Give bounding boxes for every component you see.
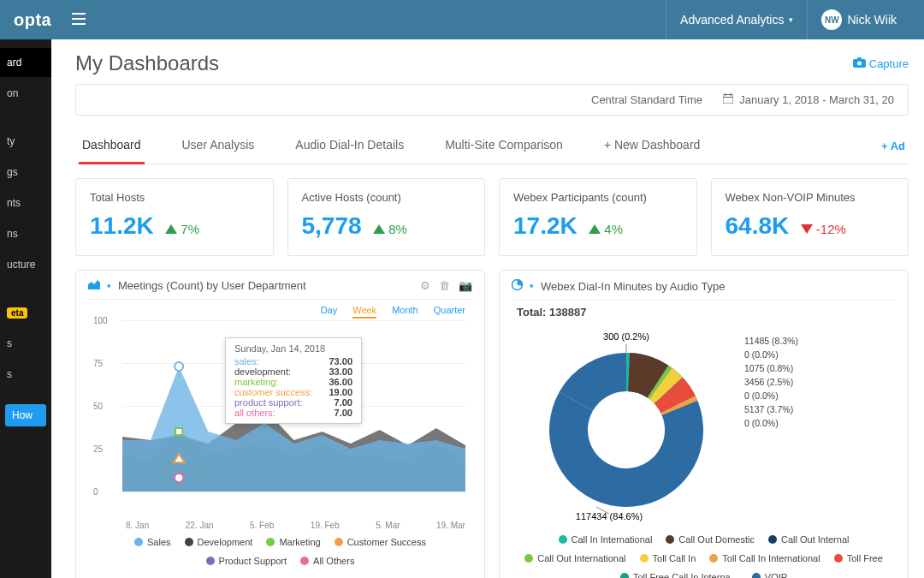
legend-item[interactable]: Development xyxy=(185,537,253,547)
legend-item[interactable]: Call In International xyxy=(559,534,653,545)
y-tick: 50 xyxy=(93,402,103,411)
main-content: My Dashboards Capture Central Standard T… xyxy=(51,39,924,578)
capture-label: Capture xyxy=(869,57,909,70)
kpi-card[interactable]: Webex Participants (count) 17.2K 4% xyxy=(499,178,697,256)
donut-total: Total: 138887 xyxy=(512,301,896,320)
donut-legend: Call In International Call Out Domestic … xyxy=(512,527,896,578)
triangle-up-icon xyxy=(165,224,177,234)
sidebar-item[interactable]: gs xyxy=(0,158,51,187)
area-chart-icon xyxy=(88,279,100,292)
pie-chart-icon xyxy=(512,279,523,293)
kpi-title: Active Hosts (count) xyxy=(302,191,471,204)
chevron-down-icon: ▾ xyxy=(789,15,793,24)
capture-button[interactable]: Capture xyxy=(853,57,909,70)
sidebar-item[interactable]: ard xyxy=(0,48,51,77)
legend-item[interactable]: Toll Call In xyxy=(640,553,696,563)
timezone-label: Central Standard Time xyxy=(591,93,702,106)
legend-item[interactable]: Marketing xyxy=(266,537,320,547)
tab-multisite[interactable]: Multi-Site Comparison xyxy=(441,129,566,164)
svg-point-4 xyxy=(175,362,183,371)
legend-item[interactable]: VOIP xyxy=(752,572,787,578)
kpi-delta: 8% xyxy=(373,222,407,236)
legend-item[interactable]: Toll Free Call In Interna... xyxy=(620,572,738,578)
svg-rect-5 xyxy=(175,428,182,435)
legend-item[interactable]: Customer Success xyxy=(335,537,426,547)
user-menu[interactable]: NW Nick Wiik xyxy=(807,0,910,39)
tab-dashboard[interactable]: Dashboard xyxy=(79,129,145,164)
tooltip-title: Sunday, Jan 14, 2018 xyxy=(234,343,352,354)
kpi-value: 5,778 xyxy=(302,212,362,240)
date-range-picker[interactable]: January 1, 2018 - March 31, 20 xyxy=(723,93,894,106)
sidebar-item[interactable]: ns xyxy=(0,219,51,248)
legend-item[interactable]: Toll Free xyxy=(834,553,883,563)
kpi-title: Webex Non-VOIP Minutes xyxy=(726,191,895,204)
kpi-value: 17.2K xyxy=(513,212,578,240)
kpi-row: Total Hosts 11.2K 7% Active Hosts (count… xyxy=(75,178,909,256)
kpi-value: 64.8K xyxy=(726,212,790,240)
legend-item[interactable]: Sales xyxy=(134,537,171,547)
legend-item[interactable]: Call Out Domestic xyxy=(666,534,755,545)
kpi-title: Total Hosts xyxy=(90,191,259,204)
tab-audio-dialin[interactable]: Audio Dial-In Details xyxy=(292,129,407,164)
x-axis: 8. Jan22. Jan5. Feb19. Feb5. Mar19. Mar xyxy=(88,517,472,530)
kpi-card[interactable]: Total Hosts 11.2K 7% xyxy=(75,178,274,256)
svg-rect-1 xyxy=(857,57,862,60)
sidebar-item[interactable]: nts xyxy=(0,188,51,217)
analytics-switcher[interactable]: Advanced Analytics ▾ xyxy=(666,0,807,39)
panel-title: Webex Dial-In Minutes by Audio Type xyxy=(541,280,726,293)
donut-top-label: 300 (0.2%) xyxy=(603,331,649,342)
panel-title: Meetings (Count) by User Department xyxy=(118,279,306,292)
kpi-delta: -12% xyxy=(801,222,846,236)
analytics-switcher-label: Advanced Analytics xyxy=(680,13,784,27)
calendar-icon xyxy=(723,93,737,106)
beta-badge: eta xyxy=(7,307,27,319)
range-month[interactable]: Month xyxy=(392,305,418,319)
date-range-text: January 1, 2018 - March 31, 20 xyxy=(739,93,894,106)
chart-legend: Sales Development Marketing Customer Suc… xyxy=(88,530,472,569)
donut-side-labels: 11485 (8.3%) 0 (0.0%) 1075 (0.8%) 3456 (… xyxy=(744,327,892,524)
range-day[interactable]: Day xyxy=(321,305,338,319)
kpi-delta: 7% xyxy=(165,222,199,236)
range-week[interactable]: Week xyxy=(352,305,376,319)
triangle-up-icon xyxy=(589,224,601,234)
chevron-down-icon[interactable]: ▾ xyxy=(107,282,111,290)
legend-item[interactable]: Toll Call In International xyxy=(709,553,820,563)
range-quarter[interactable]: Quarter xyxy=(434,305,465,319)
legend-item[interactable]: Call Out Internal xyxy=(768,534,849,545)
time-range-tabs: Day Week Month Quarter xyxy=(88,300,472,320)
brand-logo: opta xyxy=(14,10,51,30)
gear-icon[interactable]: ⚙ xyxy=(420,279,430,292)
sidebar-item[interactable]: s xyxy=(0,360,51,389)
tab-new-dashboard[interactable]: + New Dashboard xyxy=(601,129,703,164)
area-chart[interactable]: 0 25 50 75 100 xyxy=(88,320,472,517)
legend-item[interactable]: All Others xyxy=(300,556,354,566)
panel-dialin-by-audio-type: ▾ Webex Dial-In Minutes by Audio Type To… xyxy=(499,270,909,578)
legend-item[interactable]: Product Support xyxy=(206,556,287,566)
kpi-card[interactable]: Active Hosts (count) 5,778 8% xyxy=(287,178,486,256)
sidebar: ard on ty gs nts ns ucture eta s s How xyxy=(0,39,51,578)
menu-toggle-icon[interactable] xyxy=(72,13,86,27)
learn-how-button[interactable]: How xyxy=(5,404,46,426)
add-tab-button[interactable]: + Ad xyxy=(881,131,905,163)
camera-icon[interactable]: 📷 xyxy=(459,279,472,292)
sidebar-item[interactable]: ucture xyxy=(0,250,51,279)
kpi-card[interactable]: Webex Non-VOIP Minutes 64.8K -12% xyxy=(711,178,909,256)
chevron-down-icon[interactable]: ▾ xyxy=(530,282,534,290)
y-tick: 25 xyxy=(93,444,103,454)
kpi-value: 11.2K xyxy=(90,212,154,240)
trash-icon[interactable]: 🗑 xyxy=(439,279,450,292)
triangle-down-icon xyxy=(801,224,813,234)
sidebar-item-beta[interactable]: eta xyxy=(0,298,51,327)
sidebar-item[interactable]: on xyxy=(0,79,51,108)
tab-user-analysis[interactable]: User Analysis xyxy=(179,129,258,164)
donut-center-label: 117434 (84.6%) xyxy=(576,511,643,521)
donut-chart[interactable]: 300 (0.2%) 117434 (84.6%) xyxy=(515,327,737,524)
panel-meetings-by-dept: ▾ Meetings (Count) by User Department ⚙ … xyxy=(75,270,485,578)
legend-item[interactable]: Call Out International xyxy=(524,553,625,563)
svg-rect-3 xyxy=(723,95,733,104)
kpi-delta: 4% xyxy=(589,222,623,236)
triangle-up-icon xyxy=(373,224,385,234)
avatar: NW xyxy=(821,9,842,30)
sidebar-item[interactable]: ty xyxy=(0,127,51,156)
sidebar-item[interactable]: s xyxy=(0,329,51,358)
